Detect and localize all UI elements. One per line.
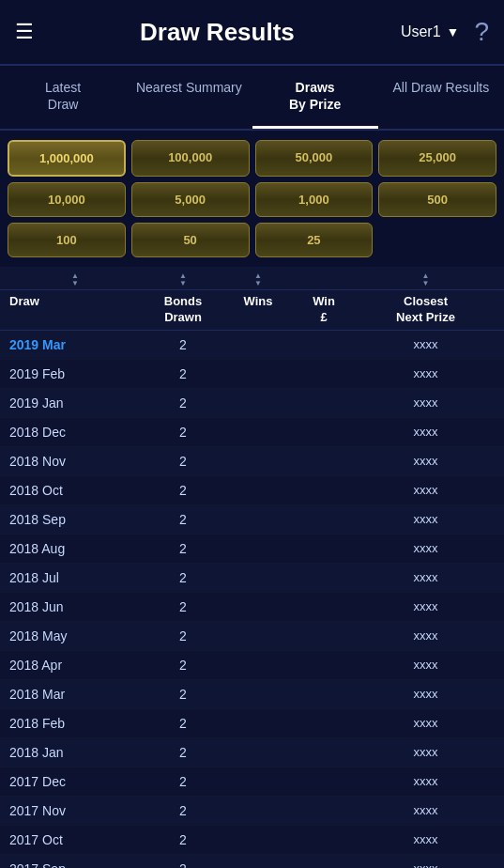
- prize-btn-100[interactable]: 100: [8, 223, 126, 257]
- cell-bonds-drawn: 2: [141, 366, 225, 381]
- prize-btn-10000[interactable]: 10,000: [8, 182, 126, 217]
- tab-latest-draw[interactable]: LatestDraw: [0, 66, 126, 129]
- cell-draw-name: 2017 Oct: [9, 832, 141, 847]
- cell-bonds-drawn: 2: [141, 774, 225, 789]
- table-row: 2019 Mar 2 xxxx: [0, 331, 504, 360]
- prize-btn-50[interactable]: 50: [131, 223, 250, 257]
- menu-icon[interactable]: ☰: [15, 20, 34, 44]
- app-header: ☰ Draw Results User1 ▼ ?: [0, 0, 504, 66]
- cell-win-pounds: [291, 628, 357, 643]
- cell-closest-prize: xxxx: [357, 395, 495, 411]
- cell-draw-name: 2018 Mar: [9, 687, 141, 702]
- cell-closest-prize: xxxx: [357, 628, 495, 643]
- cell-bonds-drawn: 2: [141, 599, 225, 614]
- help-icon[interactable]: ?: [474, 17, 489, 47]
- cell-closest-prize: xxxx: [357, 861, 495, 868]
- cell-wins: [225, 803, 291, 818]
- sort-bonds[interactable]: ▲▼: [141, 272, 225, 287]
- cell-bonds-drawn: 2: [141, 861, 225, 868]
- cell-closest-prize: xxxx: [357, 803, 495, 818]
- cell-draw-name: 2017 Sep: [9, 861, 141, 868]
- cell-closest-prize: xxxx: [357, 832, 495, 847]
- table-row: 2018 Mar 2 xxxx: [0, 680, 504, 709]
- col-header-closest: ClosestNext Prize: [357, 294, 495, 326]
- cell-closest-prize: xxxx: [357, 687, 495, 702]
- cell-win-pounds: [291, 395, 357, 411]
- cell-wins: [225, 628, 291, 643]
- cell-closest-prize: xxxx: [357, 570, 495, 585]
- prize-btn-25[interactable]: 25: [255, 223, 374, 257]
- cell-draw-name: 2017 Dec: [9, 774, 141, 789]
- table-row: 2018 Sep 2 xxxx: [0, 505, 504, 535]
- prize-btn-25000[interactable]: 25,000: [378, 140, 496, 177]
- cell-wins: [225, 687, 291, 702]
- cell-wins: [225, 716, 291, 731]
- cell-closest-prize: xxxx: [357, 658, 495, 673]
- table-row: 2019 Jan 2 xxxx: [0, 389, 504, 418]
- cell-win-pounds: [291, 512, 357, 527]
- cell-bonds-drawn: 2: [141, 687, 225, 702]
- cell-win-pounds: [291, 832, 357, 847]
- sort-closest[interactable]: ▲▼: [357, 272, 495, 287]
- table-row: 2018 Jun 2 xxxx: [0, 593, 504, 622]
- results-table: ▲▼ ▲▼ ▲▼ ▲▼ Draw BondsDrawn Wins Win£ Cl…: [0, 267, 504, 868]
- table-row: 2018 Aug 2 xxxx: [0, 535, 504, 564]
- user-menu[interactable]: User1 ▼: [401, 23, 460, 40]
- sort-arrows-draw: ▲▼: [71, 272, 79, 287]
- prize-btn-500[interactable]: 500: [378, 182, 496, 217]
- cell-draw-name: 2019 Mar: [9, 337, 141, 352]
- cell-win-pounds: [291, 599, 357, 614]
- cell-bonds-drawn: 2: [141, 803, 225, 818]
- cell-wins: [225, 425, 291, 440]
- cell-bonds-drawn: 2: [141, 512, 225, 527]
- cell-bonds-drawn: 2: [141, 745, 225, 760]
- cell-closest-prize: xxxx: [357, 774, 495, 789]
- prize-btn-1000[interactable]: 1,000: [255, 182, 374, 217]
- sort-arrows-bonds: ▲▼: [179, 272, 187, 287]
- cell-closest-prize: xxxx: [357, 337, 495, 352]
- sort-arrows-wins: ▲▼: [254, 272, 262, 287]
- cell-win-pounds: [291, 366, 357, 381]
- cell-closest-prize: xxxx: [357, 599, 495, 614]
- cell-win-pounds: [291, 483, 357, 498]
- table-row: 2017 Oct 2 xxxx: [0, 826, 504, 855]
- sort-arrows-closest: ▲▼: [422, 272, 430, 287]
- cell-closest-prize: xxxx: [357, 716, 495, 731]
- sort-controls: ▲▼ ▲▼ ▲▼ ▲▼: [0, 267, 504, 290]
- cell-win-pounds: [291, 803, 357, 818]
- page-title: Draw Results: [34, 18, 401, 47]
- cell-wins: [225, 483, 291, 498]
- cell-bonds-drawn: 2: [141, 832, 225, 847]
- cell-bonds-drawn: 2: [141, 483, 225, 498]
- cell-bonds-drawn: 2: [141, 541, 225, 556]
- cell-closest-prize: xxxx: [357, 366, 495, 381]
- cell-wins: [225, 512, 291, 527]
- cell-draw-name: 2018 Sep: [9, 512, 141, 527]
- cell-bonds-drawn: 2: [141, 570, 225, 585]
- cell-bonds-drawn: 2: [141, 425, 225, 440]
- prize-btn-5000[interactable]: 5,000: [131, 182, 250, 217]
- cell-draw-name: 2017 Nov: [9, 803, 141, 818]
- prize-btn-1000000[interactable]: 1,000,000: [8, 140, 126, 177]
- tab-draws-by-prize[interactable]: DrawsBy Prize: [252, 66, 378, 129]
- sort-wins[interactable]: ▲▼: [225, 272, 291, 287]
- table-row: 2017 Sep 2 xxxx: [0, 855, 504, 868]
- cell-draw-name: 2018 Aug: [9, 541, 141, 556]
- cell-closest-prize: xxxx: [357, 745, 495, 760]
- table-row: 2017 Nov 2 xxxx: [0, 797, 504, 826]
- cell-wins: [225, 454, 291, 469]
- sort-win-pounds[interactable]: [291, 272, 357, 287]
- tab-nearest-summary[interactable]: Nearest Summary: [126, 66, 252, 129]
- cell-closest-prize: xxxx: [357, 512, 495, 527]
- cell-bonds-drawn: 2: [141, 628, 225, 643]
- col-header-wins: Wins: [225, 294, 291, 326]
- prize-btn-100000[interactable]: 100,000: [131, 140, 250, 177]
- cell-win-pounds: [291, 337, 357, 352]
- tab-all-draw-results[interactable]: All Draw Results: [378, 66, 504, 129]
- cell-draw-name: 2018 Oct: [9, 483, 141, 498]
- cell-wins: [225, 774, 291, 789]
- prize-btn-50000[interactable]: 50,000: [255, 140, 374, 177]
- table-row: 2017 Dec 2 xxxx: [0, 767, 504, 797]
- sort-draw[interactable]: ▲▼: [9, 272, 141, 287]
- cell-win-pounds: [291, 570, 357, 585]
